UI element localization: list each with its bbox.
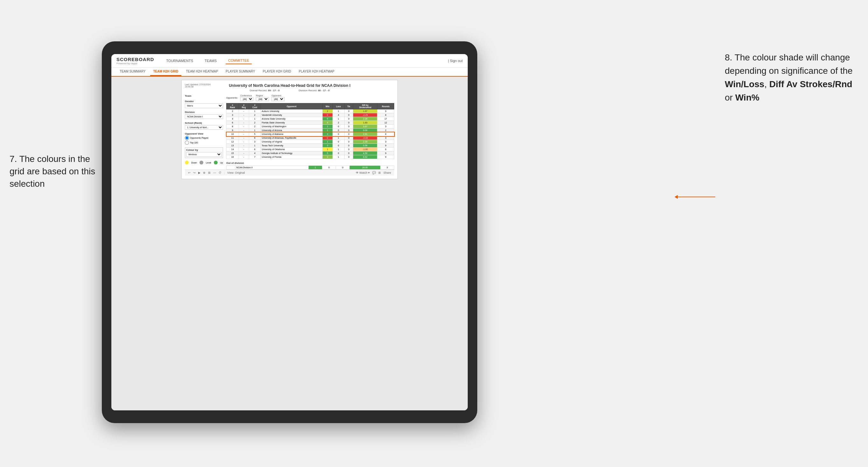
cell-tie: 0 [344, 110, 353, 113]
school-select[interactable]: 1. University of Nort... [185, 125, 223, 130]
gender-select[interactable]: Men's [185, 103, 223, 108]
opponent-select[interactable]: (All) [271, 97, 284, 101]
cell-opponent: Arizona State University [260, 117, 322, 121]
cell-rank: 11 [226, 136, 239, 140]
card-title: University of North Carolina Head-to-Hea… [211, 83, 369, 88]
cell-loss: 1 [333, 148, 344, 151]
toolbar-dash[interactable]: — [213, 171, 216, 174]
col-rounds: Rounds [377, 103, 394, 110]
top-nav: SCOREBOARD Powered by clippd TOURNAMENTS… [111, 54, 468, 68]
cell-rounds: 17 [377, 117, 394, 121]
tab-player-h2h-grid[interactable]: PLAYER H2H GRID [260, 68, 294, 76]
record-row: Overall Record: 89 - 17 - 0 Division Rec… [185, 89, 394, 92]
cell-rank: 13 [226, 144, 239, 148]
cell-opponent: Florida State University [260, 121, 322, 125]
cell-reg: - [239, 132, 249, 136]
cell-rounds: 2 [377, 128, 394, 132]
cell-win: 3 [322, 155, 333, 159]
cell-diff: 1.83 [353, 121, 377, 125]
sign-out-link[interactable]: | Sign out [448, 59, 463, 63]
opponent-view-section: Opponent View Opponents Played Top 100 [185, 132, 223, 145]
nav-committee[interactable]: COMMITTEE [225, 57, 252, 64]
cell-diff: 9.00 [353, 128, 377, 132]
table-row: 9 - 1 University of Arizona 1 0 0 9.00 2 [226, 128, 394, 132]
tab-team-summary[interactable]: TEAM SUMMARY [117, 68, 149, 76]
toolbar-share[interactable]: Share [383, 171, 391, 174]
tablet-screen: SCOREBOARD Powered by clippd TOURNAMENTS… [111, 54, 468, 410]
annotation-right: 8. The colour shade will change dependin… [725, 51, 859, 104]
toolbar-undo[interactable]: ↩ [188, 171, 191, 174]
col-tie: Tie [344, 103, 353, 110]
region-select[interactable]: (All) [256, 97, 269, 101]
toolbar-view[interactable]: View: Original [227, 171, 245, 174]
cell-win: 1 [322, 140, 333, 144]
two-col-layout: Team Gender Men's Division NCAA Division [185, 94, 394, 169]
table-row: 2 - 1 Auburn University 2 1 0 1.67 9 [226, 110, 394, 113]
school-section: School (Rank) 1. University of Nort... [185, 122, 223, 130]
cell-rounds: 9 [377, 110, 394, 113]
toolbar-comment[interactable]: 💬 [372, 171, 376, 174]
cell-win: 5 [322, 151, 333, 155]
cell-rounds: 9 [377, 144, 394, 148]
nav-teams[interactable]: TEAMS [202, 58, 219, 64]
cell-opponent: University of Washington [260, 125, 322, 128]
cell-rounds: 3 [377, 125, 394, 128]
tab-team-h2h-grid[interactable]: TEAM H2H GRID [150, 68, 182, 76]
cell-win: 1 [322, 128, 333, 132]
division-select[interactable]: NCAA Division I [185, 114, 223, 119]
cell-diff: 4.50 [353, 151, 377, 155]
cell-rounds: 6 [377, 148, 394, 151]
cell-rank: 15 [226, 151, 239, 155]
cell-win: 1 [322, 125, 333, 128]
cell-loss: 0 [333, 132, 344, 136]
nav-tournaments[interactable]: TOURNAMENTS [163, 58, 196, 64]
card-header: Last Updated: 27/03/2024 16:55:38 Univer… [185, 83, 394, 88]
toolbar-forward[interactable]: ▶ [198, 171, 200, 174]
toolbar-present[interactable]: ⊞ [378, 171, 381, 174]
cell-opponent: University of Oklahoma [260, 148, 322, 151]
cell-diff: -4.33 [353, 136, 377, 140]
conference-select[interactable]: (All) [240, 97, 253, 101]
radio-opponents-played[interactable]: Opponents Played [185, 136, 223, 140]
cell-diff: 3.67 [353, 125, 377, 128]
cell-conf: 6 [249, 148, 260, 151]
toolbar-clock[interactable]: ⏱ [219, 171, 221, 174]
col-loss: Loss [333, 103, 344, 110]
col-win: Win [322, 103, 333, 110]
radio-top100[interactable]: Top 100 [185, 141, 223, 145]
cell-rank: 12 [226, 140, 239, 144]
toolbar-copy[interactable]: ⊕ [203, 171, 206, 174]
cell-opponent: Georgia Institute of Technology [260, 151, 322, 155]
colour-by-select[interactable]: Win/loss [186, 152, 222, 157]
tab-player-h2h-heatmap[interactable]: PLAYER H2H HEATMAP [296, 68, 338, 76]
annotation-left: 7. The colours in the grid are based on … [9, 153, 99, 190]
toolbar-grid[interactable]: ⊞ [208, 171, 211, 174]
arrow-right-annotation [677, 196, 715, 197]
cell-opponent: University of Alabama [260, 132, 322, 136]
cell-loss: 0 [333, 151, 344, 155]
right-panel: Opponents: Conference (All) Region ( [226, 94, 394, 169]
out-of-division-table: NCAA Division II 1 0 0 26.00 3 [226, 165, 394, 169]
left-panel: Team Gender Men's Division NCAA Division [185, 94, 223, 169]
cell-conf: 3 [249, 140, 260, 144]
toolbar-redo[interactable]: ↪ [193, 171, 196, 174]
cell-loss: 4 [333, 113, 344, 117]
cell-tie: 0 [344, 151, 353, 155]
col-opponent: Opponent [260, 103, 322, 110]
toolbar-watch[interactable]: 👁 Watch ▾ [356, 171, 370, 174]
cell-tie: 0 [344, 117, 353, 121]
logo-sub: Powered by clippd [117, 62, 154, 65]
cell-tie: 0 [344, 132, 353, 136]
cell-tie: 0 [344, 140, 353, 144]
cell-loss: 2 [333, 121, 344, 125]
cell-reg: - [239, 144, 249, 148]
tab-team-h2h-heatmap[interactable]: TEAM H2H HEATMAP [183, 68, 221, 76]
out-of-division: Out of division NCAA Division II 1 0 0 [226, 162, 394, 169]
table-row: 4 - 1 Arizona State University 5 1 0 2.2… [226, 117, 394, 121]
cell-reg: - [239, 121, 249, 125]
cell-opponent: University of Virginia [260, 140, 322, 144]
tab-player-summary[interactable]: PLAYER SUMMARY [222, 68, 258, 76]
division-name: NCAA Division II [235, 166, 308, 169]
school-label: School (Rank) [185, 122, 223, 124]
cell-tie: 0 [344, 113, 353, 117]
